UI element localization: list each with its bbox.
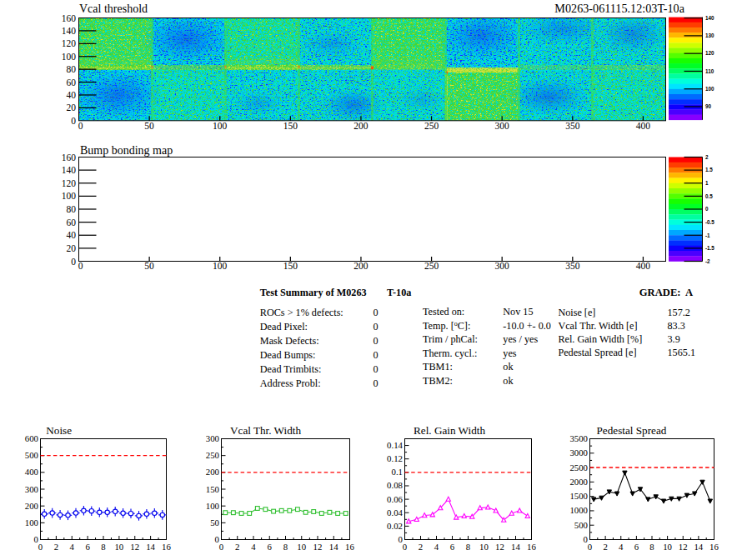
svg-text:8: 8 [649,542,654,552]
svg-text:M0263-061115.12:03T-10a: M0263-061115.12:03T-10a [554,2,684,15]
svg-text:Mask Defects:: Mask Defects: [260,335,319,347]
svg-text:20: 20 [67,243,77,253]
svg-text:Rel. Gain Width [%]: Rel. Gain Width [%] [558,333,642,345]
svg-text:2000: 2000 [569,477,588,487]
svg-text:4: 4 [619,542,624,552]
svg-text:-1.5: -1.5 [705,245,714,251]
svg-text:300: 300 [25,484,38,494]
svg-text:50: 50 [144,261,154,271]
svg-text:1565.1: 1565.1 [668,347,696,358]
svg-text:12: 12 [679,542,688,552]
svg-text:0: 0 [78,261,83,271]
svg-text:400: 400 [636,261,651,271]
svg-text:400: 400 [636,121,651,131]
svg-text:6: 6 [450,542,455,552]
svg-text:160: 160 [62,152,77,162]
svg-text:3500: 3500 [569,433,588,443]
svg-text:6: 6 [85,542,90,552]
svg-text:14: 14 [694,542,703,552]
svg-text:150: 150 [283,121,298,131]
svg-text:40: 40 [67,230,77,240]
svg-text:Address Probl:: Address Probl: [260,378,321,389]
svg-text:yes: yes [503,348,517,359]
svg-text:3.9: 3.9 [668,333,680,345]
svg-text:0.04: 0.04 [387,508,403,518]
svg-text:Tested on:: Tested on: [423,306,464,318]
svg-text:16: 16 [709,542,719,552]
svg-text:Noise [e]: Noise [e] [558,307,595,318]
svg-text:100: 100 [62,52,77,62]
svg-text:-10.0 +- 0.0: -10.0 +- 0.0 [503,320,551,332]
svg-text:0: 0 [71,257,76,267]
svg-text:100: 100 [705,86,714,92]
svg-text:20: 20 [67,102,77,112]
svg-text:100: 100 [213,261,228,271]
svg-text:80: 80 [67,64,77,74]
svg-text:10: 10 [663,542,672,552]
svg-text:10: 10 [479,542,489,552]
svg-text:0.06: 0.06 [387,494,403,504]
svg-text:90: 90 [705,103,712,109]
svg-text:0: 0 [71,116,76,126]
svg-text:10: 10 [114,542,123,552]
svg-text:0.08: 0.08 [387,480,403,490]
svg-text:350: 350 [565,121,580,131]
svg-text:4: 4 [70,542,75,552]
svg-text:110: 110 [705,68,714,74]
svg-text:12: 12 [130,542,139,552]
svg-text:100: 100 [25,518,38,528]
svg-text:6: 6 [268,542,273,552]
svg-text:0.02: 0.02 [387,521,403,531]
svg-text:TBM1:: TBM1: [423,361,453,372]
svg-text:2500: 2500 [569,462,588,472]
svg-text:400: 400 [25,467,38,477]
svg-text:-1: -1 [705,232,710,238]
svg-text:120: 120 [705,50,714,56]
svg-text:140: 140 [705,15,714,21]
svg-text:Dead Trimbits:: Dead Trimbits: [260,363,321,375]
svg-text:-0.5: -0.5 [705,219,714,225]
svg-text:0: 0 [374,335,379,347]
svg-text:50: 50 [210,518,219,528]
svg-text:14: 14 [329,542,338,552]
svg-text:300: 300 [495,121,510,131]
svg-text:8: 8 [101,542,105,552]
svg-text:T-10a: T-10a [387,287,411,298]
svg-text:16: 16 [345,542,354,552]
svg-text:Vcal threshold: Vcal threshold [79,2,148,15]
svg-text:Trim / phCal:: Trim / phCal: [423,333,478,345]
svg-text:GRADE: A: GRADE: A [639,287,693,298]
svg-text:Nov 15: Nov 15 [503,306,533,318]
svg-text:Pedestal Spread: Pedestal Spread [597,424,667,437]
svg-text:300: 300 [495,261,510,271]
svg-text:4: 4 [434,542,439,552]
svg-text:150: 150 [206,484,219,494]
svg-text:1.5: 1.5 [705,167,713,172]
svg-text:14: 14 [146,542,155,552]
svg-text:0: 0 [403,542,407,552]
svg-text:yes / yes: yes / yes [503,333,538,345]
svg-text:4: 4 [251,542,256,552]
svg-text:50: 50 [144,121,154,131]
svg-text:250: 250 [424,121,439,131]
svg-text:350: 350 [565,261,580,271]
svg-text:200: 200 [206,467,219,477]
svg-text:250: 250 [206,450,219,460]
svg-text:120: 120 [62,38,77,48]
svg-text:600: 600 [25,433,38,443]
svg-text:6: 6 [634,542,639,552]
svg-text:Rel. Gain Width: Rel. Gain Width [414,424,485,437]
svg-text:2: 2 [235,542,239,552]
svg-text:2: 2 [54,542,58,552]
svg-text:Dead Pixel:: Dead Pixel: [260,321,308,332]
svg-text:157.2: 157.2 [668,307,690,318]
svg-text:Pedestal Spread [e]: Pedestal Spread [e] [558,347,636,358]
svg-text:0: 0 [588,542,592,552]
svg-text:Vcal Thr. Width [e]: Vcal Thr. Width [e] [558,320,637,332]
svg-text:0: 0 [78,121,83,131]
svg-text:16: 16 [162,542,171,552]
svg-text:140: 140 [62,26,77,36]
svg-text:100: 100 [206,501,219,511]
svg-text:2: 2 [603,542,607,552]
svg-text:8: 8 [466,542,470,552]
